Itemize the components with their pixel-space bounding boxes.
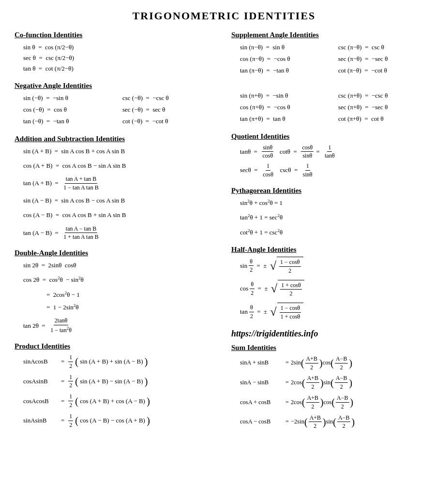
double-formulas: sin 2θ = 2sinθ cosθ cos 2θ = cos2θ − sin… (23, 260, 217, 335)
supplement-title: Supplement Angle Identities (231, 31, 433, 39)
cofunction-title: Co-function Identities (15, 31, 217, 39)
quotient-formulas: tanθ = sinθcosθ cotθ = cosθsinθ = 1tanθ … (240, 144, 433, 179)
addition-title: Addition and Subtraction Identities (15, 135, 217, 143)
section-addition: Addition and Subtraction Identities sin … (15, 135, 217, 242)
negative-title: Negative Angle Identities (15, 82, 217, 90)
section-double: Double-Angle Identities sin 2θ = 2sinθ c… (15, 249, 217, 335)
sum-title: Sum Identities (231, 344, 433, 352)
quotient-title: Quotient Identities (231, 132, 433, 141)
half-title: Half-Angle Identities (231, 246, 433, 254)
section-pythagorean: Pythagorean Identities sin2θ + cos2θ = 1… (231, 187, 433, 238)
product-title: Product Identities (15, 342, 217, 350)
sum-formulas: sinA + sinB = 2sin( A+B2 ) cos( A−B2 ) s… (240, 355, 433, 430)
section-cofunction: Co-function Identities sin θ = cos (π/2−… (15, 31, 217, 74)
page-title: Trigonometric Identities (15, 10, 433, 22)
section-quotient: Quotient Identities tanθ = sinθcosθ cotθ… (231, 132, 433, 179)
supplement-extra: sin (π+θ) = −sin θ csc (π+θ) = −csc θ co… (240, 90, 433, 124)
supplement-formulas: sin (π−θ) = sin θ csc (π−θ) = csc θ cos … (240, 42, 433, 76)
negative-formulas: sin (−θ) = −sin θ csc (−θ) = −csc θ cos … (23, 93, 217, 127)
section-supplement: Supplement Angle Identities sin (π−θ) = … (231, 31, 433, 76)
pythagorean-title: Pythagorean Identities (231, 187, 433, 195)
section-negative: Negative Angle Identities sin (−θ) = −si… (15, 82, 217, 127)
section-product: Product Identities sinAcosB = 12 ( sin (… (15, 342, 217, 429)
cofunction-formulas: sin θ = cos (π/2−θ) sec θ = csc (π/2−θ) … (23, 42, 217, 74)
double-title: Double-Angle Identities (15, 249, 217, 257)
addition-formulas: sin (A + B) = sin A cos B + cos A sin B … (23, 146, 217, 242)
section-sum: Sum Identities sinA + sinB = 2sin( A+B2 … (231, 344, 433, 430)
url-display: https://trigidentities.info (231, 329, 433, 339)
spacer1: sin (π+θ) = −sin θ csc (π+θ) = −csc θ co… (231, 84, 433, 124)
section-half: Half-Angle Identities sin θ2 = ± √ 1 − c… (231, 246, 433, 321)
half-formulas: sin θ2 = ± √ 1 − cosθ 2 (240, 257, 433, 321)
product-formulas: sinAcosB = 12 ( sin (A + B) + sin (A − B… (23, 353, 217, 429)
pythagorean-formulas: sin2θ + cos2θ = 1 tan2θ + 1 = sec2θ cot2… (240, 198, 433, 238)
